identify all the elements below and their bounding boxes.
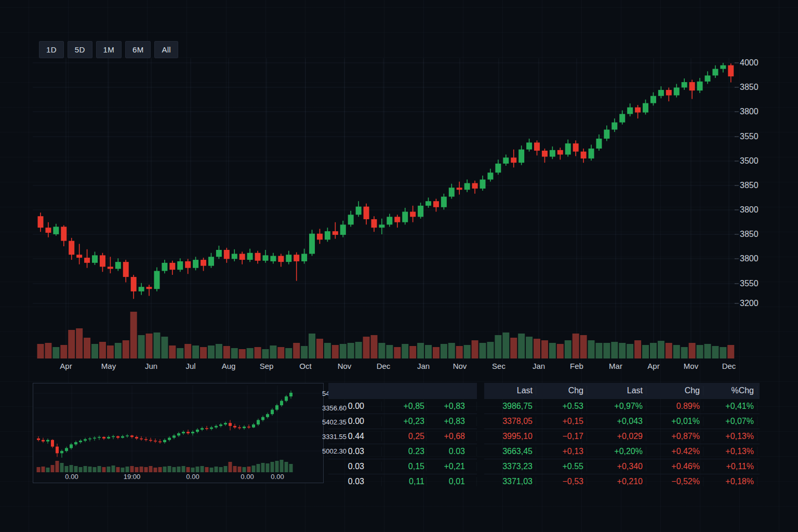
- y-axis-tick-label: 3850: [740, 181, 767, 190]
- y-axis-tick-label: 3500: [740, 156, 767, 166]
- cell: 0.44: [328, 432, 382, 441]
- y-axis-tick-label: 3550: [740, 132, 767, 141]
- table-row: 0.030,110,01: [328, 474, 477, 489]
- x-axis-month-label: Mov: [675, 362, 707, 370]
- mini-chart-canvas: [33, 383, 323, 483]
- cell: +0,97%: [587, 402, 646, 411]
- mini-x-axis-label: 0.00: [56, 473, 87, 481]
- cell: +0,043: [587, 417, 646, 426]
- column-header: Chg: [536, 386, 587, 395]
- cell: 3995,10: [484, 432, 536, 441]
- cell: 0.03: [427, 447, 477, 456]
- y-axis-tick-label: 3800: [740, 254, 767, 263]
- table-row: 0.030,15+0,21: [328, 459, 477, 474]
- cell: +0,340: [587, 462, 646, 471]
- x-axis-month-label: Jan: [523, 362, 554, 370]
- cell: 0,25: [382, 432, 427, 441]
- cell: −0,17: [536, 432, 587, 441]
- cell: 0.89%: [646, 402, 703, 411]
- cell: +0,15: [536, 417, 587, 426]
- cell: 0.00: [328, 402, 382, 411]
- cell: +0.53: [536, 402, 587, 411]
- cell: +0,23: [382, 417, 427, 426]
- cell: +0,20%: [587, 447, 646, 456]
- y-axis-tick-label: 3550: [740, 279, 767, 288]
- column-header: Last: [587, 386, 646, 395]
- cell: +0,11%: [703, 462, 757, 471]
- cell: +0,13: [536, 447, 587, 456]
- x-axis-month-label: Sec: [483, 362, 514, 370]
- table-row: 0.440,25+0,68: [328, 429, 477, 444]
- quote-table-right-header: LastChgLastChg%Chg: [484, 383, 760, 398]
- x-axis-month-label: Jun: [136, 362, 167, 370]
- x-axis-month-label: May: [93, 362, 124, 370]
- table-row: 3986,75+0.53+0,97%0.89%+0,41%: [484, 398, 760, 414]
- column-header: %Chg: [703, 386, 757, 395]
- main-candles-layer: [38, 63, 734, 299]
- cell: 3373,23: [484, 462, 536, 471]
- x-axis-month-label: Jul: [175, 362, 206, 370]
- cell: +0,01%: [646, 417, 703, 426]
- cell: +0,41%: [703, 402, 757, 411]
- x-axis-month-label: Dec: [713, 362, 744, 370]
- cell: +0.46%: [646, 462, 703, 471]
- table-row: 3371,03−0,53+0,210−0,52%+0,18%: [484, 474, 760, 489]
- cell: 3371,03: [484, 477, 536, 486]
- cell: 0,11: [382, 477, 427, 486]
- table-row: 3995,10−0,17+0,029+0,87%+0,13%: [484, 429, 760, 444]
- cell: +0,83: [427, 417, 477, 426]
- cell: −0,52%: [646, 477, 703, 486]
- cell: 0,15: [382, 462, 427, 471]
- quote-table-left-header: [328, 383, 477, 398]
- cell: 0.03: [328, 477, 382, 486]
- y-axis-tick-label: 4000: [740, 58, 767, 68]
- mini-x-axis-label: 19:00: [116, 473, 148, 481]
- table-row: 0.00+0,85+0,83: [328, 398, 477, 414]
- x-axis-month-label: Apr: [638, 362, 669, 370]
- cell: +0,13%: [703, 432, 757, 441]
- quote-table-left-body: 0.00+0,85+0,830.00+0,23+0,830.440,25+0,6…: [328, 398, 477, 489]
- table-row: 3373,23+0.55+0,340+0.46%+0,11%: [484, 459, 760, 474]
- x-axis-month-label: Feb: [561, 362, 592, 370]
- column-header: Last: [484, 386, 536, 395]
- cell: +0,18%: [703, 477, 757, 486]
- table-row: 0.00+0,23+0,83: [328, 414, 477, 429]
- cell: +0,68: [427, 432, 477, 441]
- mini-x-axis-label: 0.00: [177, 473, 208, 481]
- y-axis-tick-label: 3200: [740, 299, 767, 308]
- mini-x-axis-label: 0.00: [232, 473, 263, 481]
- x-axis-month-label: Aug: [213, 362, 244, 370]
- cell: 0.03: [328, 447, 382, 456]
- y-axis-tick-label: 3800: [740, 107, 767, 116]
- column-header: Chg: [646, 386, 703, 395]
- x-axis-month-label: Apr: [50, 362, 82, 370]
- x-axis-month-label: Dec: [368, 362, 399, 370]
- x-axis-month-label: Mar: [600, 362, 631, 370]
- cell: +0,210: [587, 477, 646, 486]
- cell: 0.00: [328, 417, 382, 426]
- quote-table-right-body: 3986,75+0.53+0,97%0.89%+0,41%3378,05+0,1…: [484, 398, 760, 489]
- cell: 3663,45: [484, 447, 536, 456]
- table-row: 3378,05+0,15+0,043+0,01%+0,07%: [484, 414, 760, 429]
- cell: 0.03: [328, 462, 382, 471]
- x-axis-month-label: Sep: [251, 362, 282, 370]
- cell: +0,13%: [703, 447, 757, 456]
- cell: 3378,05: [484, 417, 536, 426]
- mini-candles-layer: [37, 391, 292, 458]
- quote-table-right: LastChgLastChg%Chg 3986,75+0.53+0,97%0.8…: [484, 383, 760, 489]
- cell: +0,85: [382, 402, 427, 411]
- cell: +0,87%: [646, 432, 703, 441]
- mini-x-axis-label: 0.00: [262, 473, 293, 481]
- table-row: 3663,45+0,13+0,20%+0.42%+0,13%: [484, 444, 760, 459]
- cell: 3986,75: [484, 402, 536, 411]
- mini-volume-layer: [37, 460, 293, 472]
- cell: +0.42%: [646, 447, 703, 456]
- table-row: 0.030.230.03: [328, 444, 477, 459]
- mini-chart-panel: 5499.953356.605402.353331.555002.30 0.00…: [33, 383, 324, 483]
- x-axis-month-label: Nov: [444, 362, 475, 370]
- mini-grid-layer: [34, 385, 322, 471]
- cell: +0,21: [427, 462, 477, 471]
- y-axis-tick-label: 3850: [740, 83, 767, 92]
- cell: +0,07%: [703, 417, 757, 426]
- y-axis-tick-label: 3800: [740, 205, 767, 215]
